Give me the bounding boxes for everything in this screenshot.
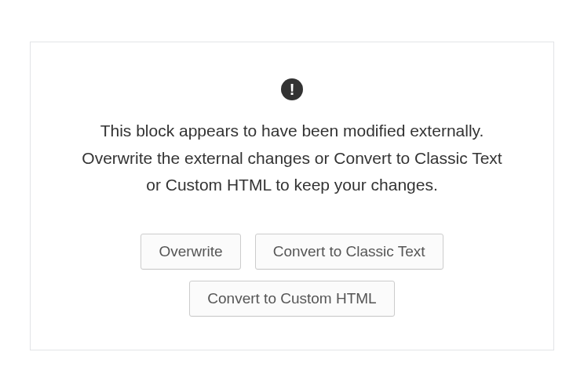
icon-container: ! bbox=[68, 78, 516, 100]
dialog-message: This block appears to have been modified… bbox=[68, 118, 516, 199]
convert-classic-text-button[interactable]: Convert to Classic Text bbox=[255, 234, 443, 270]
actions-row: Overwrite Convert to Classic Text Conver… bbox=[68, 234, 516, 317]
warning-exclamation-icon: ! bbox=[281, 78, 303, 100]
block-conflict-dialog: ! This block appears to have been modifi… bbox=[30, 42, 554, 350]
overwrite-button[interactable]: Overwrite bbox=[141, 234, 240, 270]
convert-custom-html-button[interactable]: Convert to Custom HTML bbox=[189, 281, 394, 317]
